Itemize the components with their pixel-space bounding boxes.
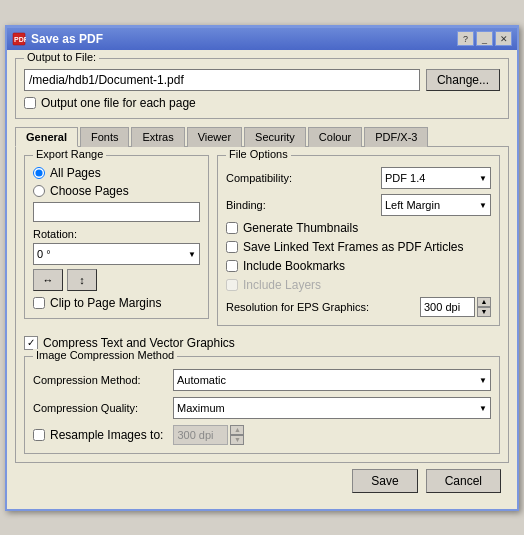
- resample-spin: ▲ ▼: [173, 425, 244, 445]
- binding-row: Binding: Left Margin Right Margin: [226, 194, 491, 216]
- export-range-box: Export Range All Pages Choose Pages Rota…: [24, 155, 209, 319]
- clip-margins-label: Clip to Page Margins: [50, 296, 161, 310]
- binding-select[interactable]: Left Margin Right Margin: [381, 194, 491, 216]
- clip-margins-checkbox[interactable]: [33, 297, 45, 309]
- rotation-buttons-row: ↔ ↕: [33, 269, 200, 291]
- choose-pages-row: Choose Pages: [33, 184, 200, 198]
- resample-label: Resample Images to:: [50, 428, 163, 442]
- title-bar-left: PDF Save as PDF: [12, 32, 103, 46]
- all-pages-label: All Pages: [50, 166, 101, 180]
- window-body: Output to File: Change... Output one fil…: [7, 50, 517, 509]
- all-pages-radio[interactable]: [33, 167, 45, 179]
- title-buttons: ? _ ✕: [457, 31, 512, 46]
- change-button[interactable]: Change...: [426, 69, 500, 91]
- rotation-label-row: Rotation:: [33, 228, 200, 240]
- tab-colour[interactable]: Colour: [308, 127, 362, 147]
- quality-select[interactable]: Maximum High Medium Low: [173, 397, 491, 419]
- include-bookmarks-checkbox[interactable]: [226, 260, 238, 272]
- resample-checkbox[interactable]: [33, 429, 45, 441]
- binding-label: Binding:: [226, 199, 306, 211]
- output-file-group: Output to File: Change... Output one fil…: [15, 58, 509, 119]
- rotation-select[interactable]: 0 ° 90 ° 180 ° 270 °: [33, 243, 200, 265]
- right-col: File Options Compatibility: PDF 1.4 PDF …: [217, 155, 500, 330]
- compatibility-select-wrapper: PDF 1.4 PDF 1.3 PDF 1.5: [381, 167, 491, 189]
- include-bookmarks-label: Include Bookmarks: [243, 259, 345, 273]
- tab-extras[interactable]: Extras: [131, 127, 184, 147]
- compress-row: ✓ Compress Text and Vector Graphics: [24, 336, 500, 350]
- include-bookmarks-row: Include Bookmarks: [226, 259, 491, 273]
- help-button[interactable]: ?: [457, 31, 474, 46]
- quality-row: Compression Quality: Maximum High Medium…: [33, 397, 491, 419]
- all-pages-row: All Pages: [33, 166, 200, 180]
- rotation-select-row: 0 ° 90 ° 180 ° 270 °: [33, 243, 200, 265]
- resample-row: Resample Images to: ▲ ▼: [33, 425, 491, 445]
- tab-general[interactable]: General: [15, 127, 78, 147]
- file-options-label: File Options: [226, 148, 291, 160]
- generate-thumbnails-row: Generate Thumbnails: [226, 221, 491, 235]
- close-button[interactable]: ✕: [495, 31, 512, 46]
- generate-thumbnails-label: Generate Thumbnails: [243, 221, 358, 235]
- rotation-select-wrapper: 0 ° 90 ° 180 ° 270 °: [33, 243, 200, 265]
- binding-select-wrapper: Left Margin Right Margin: [381, 194, 491, 216]
- choose-pages-radio[interactable]: [33, 185, 45, 197]
- compress-label: Compress Text and Vector Graphics: [43, 336, 235, 350]
- rotate-ccw-button[interactable]: ↔: [33, 269, 63, 291]
- image-compression-box: Image Compression Method Compression Met…: [24, 356, 500, 454]
- method-select-wrapper: Automatic JPEG PNG None: [173, 369, 491, 391]
- resample-down-button: ▼: [230, 435, 244, 445]
- footer: Save Cancel: [15, 463, 509, 501]
- file-path-input[interactable]: [24, 69, 420, 91]
- resolution-input[interactable]: [420, 297, 475, 317]
- one-file-row: Output one file for each page: [24, 96, 500, 110]
- file-options-box: File Options Compatibility: PDF 1.4 PDF …: [217, 155, 500, 326]
- resolution-spin: ▲ ▼: [420, 297, 491, 317]
- clip-margins-row: Clip to Page Margins: [33, 296, 200, 310]
- method-label: Compression Method:: [33, 374, 173, 386]
- left-col: Export Range All Pages Choose Pages Rota…: [24, 155, 209, 330]
- svg-text:PDF: PDF: [14, 36, 26, 43]
- resolution-row: Resolution for EPS Graphics: ▲ ▼: [226, 297, 491, 317]
- save-linked-row: Save Linked Text Frames as PDF Articles: [226, 240, 491, 254]
- rotate-cw-button[interactable]: ↕: [67, 269, 97, 291]
- pdf-icon: PDF: [12, 32, 26, 46]
- quality-label: Compression Quality:: [33, 402, 173, 414]
- tab-fonts[interactable]: Fonts: [80, 127, 130, 147]
- file-path-row: Change...: [24, 69, 500, 91]
- export-range-label: Export Range: [33, 148, 106, 160]
- choose-pages-input[interactable]: [33, 202, 200, 222]
- minimize-button[interactable]: _: [476, 31, 493, 46]
- resolution-spin-buttons: ▲ ▼: [477, 297, 491, 317]
- include-layers-label: Include Layers: [243, 278, 321, 292]
- save-linked-label: Save Linked Text Frames as PDF Articles: [243, 240, 464, 254]
- tab-pdfx3[interactable]: PDF/X-3: [364, 127, 428, 147]
- tabs: General Fonts Extras Viewer Security Col…: [15, 127, 509, 147]
- save-linked-checkbox[interactable]: [226, 241, 238, 253]
- tab-security[interactable]: Security: [244, 127, 306, 147]
- image-compression-label: Image Compression Method: [33, 349, 177, 361]
- method-select[interactable]: Automatic JPEG PNG None: [173, 369, 491, 391]
- save-as-pdf-window: PDF Save as PDF ? _ ✕ Output to File: Ch…: [5, 25, 519, 511]
- resolution-up-button[interactable]: ▲: [477, 297, 491, 307]
- include-layers-row: Include Layers: [226, 278, 491, 292]
- resample-input: [173, 425, 228, 445]
- quality-select-wrapper: Maximum High Medium Low: [173, 397, 491, 419]
- save-button[interactable]: Save: [352, 469, 417, 493]
- compatibility-label: Compatibility:: [226, 172, 306, 184]
- compress-checkbox-visual: ✓: [24, 336, 38, 350]
- method-row: Compression Method: Automatic JPEG PNG N…: [33, 369, 491, 391]
- output-file-label: Output to File:: [24, 51, 99, 63]
- cancel-button[interactable]: Cancel: [426, 469, 501, 493]
- two-col-layout: Export Range All Pages Choose Pages Rota…: [24, 155, 500, 330]
- one-file-label: Output one file for each page: [41, 96, 196, 110]
- resolution-label: Resolution for EPS Graphics:: [226, 301, 369, 313]
- compatibility-row: Compatibility: PDF 1.4 PDF 1.3 PDF 1.5: [226, 167, 491, 189]
- tab-content: Export Range All Pages Choose Pages Rota…: [15, 146, 509, 463]
- rotation-label: Rotation:: [33, 228, 77, 240]
- generate-thumbnails-checkbox[interactable]: [226, 222, 238, 234]
- resample-spin-buttons: ▲ ▼: [230, 425, 244, 445]
- resample-up-button: ▲: [230, 425, 244, 435]
- one-file-checkbox[interactable]: [24, 97, 36, 109]
- resolution-down-button[interactable]: ▼: [477, 307, 491, 317]
- compatibility-select[interactable]: PDF 1.4 PDF 1.3 PDF 1.5: [381, 167, 491, 189]
- tab-viewer[interactable]: Viewer: [187, 127, 242, 147]
